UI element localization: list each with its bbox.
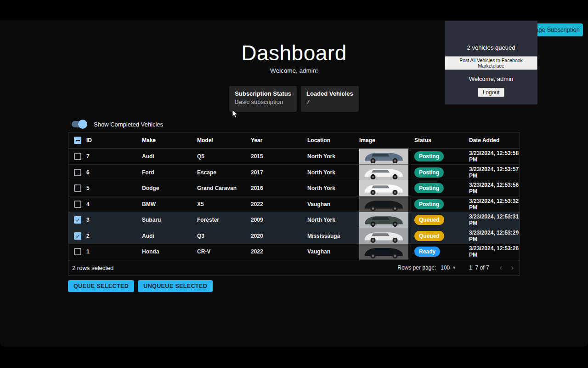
rows-per-page-value: 100 <box>441 264 450 271</box>
table-row[interactable]: 2 Audi Q3 2020 Mississauga Queued 3/23/2… <box>68 228 520 244</box>
column-header-image[interactable]: Image <box>359 137 414 144</box>
previous-page-button[interactable]: ‹ <box>499 264 503 272</box>
column-header-make[interactable]: Make <box>142 137 197 144</box>
rows-per-page-select[interactable]: 100 ▼ <box>441 264 456 271</box>
cell-status: Posting <box>414 167 469 178</box>
cell-id: 6 <box>86 169 142 176</box>
row-checkbox[interactable] <box>74 248 81 255</box>
column-header-status[interactable]: Status <box>414 137 469 144</box>
cell-year: 2017 <box>251 169 307 176</box>
table-row[interactable]: 3 Subaru Forester 2009 North York Queued… <box>68 212 520 228</box>
queue-selected-button[interactable]: QUEUE SELECTED <box>68 280 134 292</box>
vehicle-image <box>359 196 414 213</box>
cell-date-added: 3/23/2024, 12:53:31 PM <box>469 213 520 226</box>
screen: Manage Subscription 2 vehicles queued Po… <box>0 0 588 368</box>
pagination-controls: Rows per page: 100 ▼ 1–7 of 7 ‹ › <box>397 264 520 272</box>
table-footer: 2 rows selected Rows per page: 100 ▼ 1–7… <box>68 260 520 276</box>
unqueue-selected-button[interactable]: UNQUEUE SELECTED <box>138 280 213 292</box>
vehicle-image <box>359 212 414 228</box>
status-badge[interactable]: Ready <box>414 247 440 257</box>
next-page-button[interactable]: › <box>511 264 514 272</box>
cell-status: Queued <box>414 231 469 241</box>
select-all-checkbox[interactable] <box>74 137 81 144</box>
row-checkbox-cell <box>68 248 86 255</box>
table-row[interactable]: 4 BMW X5 2022 Vaughan Posting 3/23/2024,… <box>68 196 520 213</box>
cell-status: Queued <box>414 215 469 225</box>
cell-location: North York <box>307 185 359 191</box>
toggle-label: Show Completed Vehicles <box>94 121 163 128</box>
vehicle-image <box>359 180 414 196</box>
row-checkbox[interactable] <box>74 201 81 208</box>
cell-location: Vaughan <box>307 201 359 207</box>
status-badge[interactable]: Queued <box>414 231 444 241</box>
row-checkbox-cell <box>68 169 86 176</box>
cell-date-added: 3/23/2024, 12:53:29 PM <box>469 230 520 242</box>
column-header-date-added[interactable]: Date Added <box>469 137 520 144</box>
cell-model: CR-V <box>197 248 251 255</box>
vehicle-image <box>359 149 414 165</box>
account-panel: 2 vehicles queued Post All Vehicles to F… <box>445 21 537 104</box>
status-badge[interactable]: Posting <box>414 183 444 193</box>
cell-location: North York <box>307 217 359 223</box>
cell-id: 2 <box>86 233 142 239</box>
card-value: 7 <box>306 98 353 105</box>
status-badge[interactable]: Posting <box>414 151 444 161</box>
row-checkbox[interactable] <box>74 216 81 224</box>
column-header-location[interactable]: Location <box>307 137 359 144</box>
queued-count-text: 2 vehicles queued <box>467 44 515 51</box>
loaded-vehicles-card: Loaded Vehicles 7 <box>301 86 359 112</box>
cell-year: 2020 <box>251 233 307 239</box>
cell-make: Audi <box>142 233 197 239</box>
show-completed-toggle-row: Show Completed Vehicles <box>72 120 588 129</box>
cell-id: 1 <box>86 248 142 255</box>
status-badge[interactable]: Posting <box>414 167 444 178</box>
bulk-actions: QUEUE SELECTED UNQUEUE SELECTED <box>68 280 588 292</box>
column-header-model[interactable]: Model <box>197 137 251 144</box>
cell-model: Forester <box>197 217 251 223</box>
table-body: 7 Audi Q5 2015 North York Posting 3/23/2… <box>68 149 520 260</box>
cell-date-added: 3/23/2024, 12:53:32 PM <box>469 198 520 211</box>
cell-year: 2022 <box>251 201 307 207</box>
cell-make: BMW <box>142 201 197 207</box>
logout-button[interactable]: Logout <box>478 88 505 97</box>
row-checkbox-cell <box>68 232 86 240</box>
cell-status: Posting <box>414 183 469 193</box>
row-checkbox-cell <box>68 201 86 208</box>
card-title: Subscription Status <box>235 90 291 97</box>
cell-year: 2009 <box>251 217 307 223</box>
toggle-thumb <box>78 120 87 129</box>
status-badge[interactable]: Queued <box>414 215 444 225</box>
row-checkbox-cell <box>68 184 86 192</box>
vehicles-table: ID Make Model Year Location Image Status… <box>68 132 520 276</box>
post-all-vehicles-button[interactable]: Post All Vehicles to Facebook Marketplac… <box>445 56 537 70</box>
cell-year: 2015 <box>251 153 307 160</box>
cell-model: Q5 <box>197 153 251 160</box>
card-title: Loaded Vehicles <box>306 90 353 97</box>
vehicle-image <box>359 228 414 244</box>
cell-model: X5 <box>197 201 251 207</box>
row-checkbox[interactable] <box>74 184 81 192</box>
row-checkbox[interactable] <box>74 153 81 160</box>
table-row[interactable]: 6 Ford Escape 2017 North York Posting 3/… <box>68 165 520 181</box>
row-checkbox[interactable] <box>74 232 81 240</box>
welcome-text: Welcome, admin <box>469 75 514 82</box>
cell-make: Honda <box>142 248 197 255</box>
cell-status: Posting <box>414 199 469 209</box>
cell-model: Grand Caravan <box>197 185 251 191</box>
table-row[interactable]: 1 Honda CR-V 2022 Vaughan Ready 3/23/202… <box>68 244 520 260</box>
header-checkbox-cell <box>68 137 86 144</box>
cell-make: Ford <box>142 169 197 176</box>
status-badge[interactable]: Posting <box>414 199 444 209</box>
cell-make: Audi <box>142 153 197 160</box>
table-row[interactable]: 5 Dodge Grand Caravan 2016 North York Po… <box>68 180 520 196</box>
show-completed-toggle[interactable] <box>72 120 87 129</box>
row-checkbox[interactable] <box>74 169 81 176</box>
column-header-year[interactable]: Year <box>251 137 307 144</box>
subscription-status-card: Subscription Status Basic subscription <box>229 86 297 112</box>
cell-status: Ready <box>414 247 469 257</box>
column-header-id[interactable]: ID <box>86 137 142 144</box>
cell-make: Dodge <box>142 185 197 191</box>
cell-date-added: 3/23/2024, 12:53:58 PM <box>469 150 520 163</box>
table-row[interactable]: 7 Audi Q5 2015 North York Posting 3/23/2… <box>68 149 520 165</box>
chevron-down-icon: ▼ <box>452 265 456 270</box>
